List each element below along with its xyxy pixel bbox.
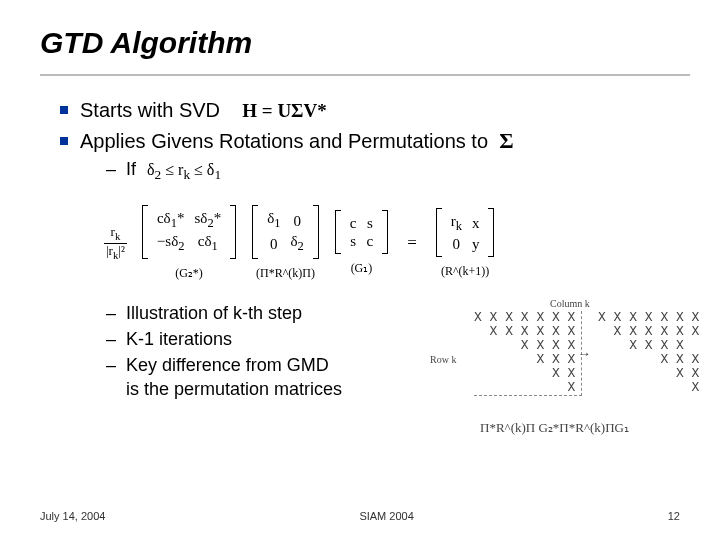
dash-icon: – (106, 301, 116, 325)
bullet-1-math: H = UΣV* (242, 100, 326, 121)
slide-title: GTD Algorithm (40, 26, 690, 60)
matrix-g2: cδ1*sδ2*−sδ2cδ1 (142, 205, 236, 259)
subbullet-if: – If δ2 ≤ rk ≤ δ1 (106, 157, 690, 187)
bullet-icon (60, 137, 68, 145)
matrix-g2-label: (G₂*) (139, 266, 239, 281)
arrow-icon: → (580, 347, 588, 361)
diagram-bottom-formula: Π*R^(k)Π G₂*Π*R^(k)ΠG₁ (480, 421, 629, 435)
subbullet-3a-text: Key difference from GMD (126, 355, 329, 375)
bullet-icon (60, 106, 68, 114)
slide: GTD Algorithm Starts with SVD H = UΣV* A… (0, 0, 720, 540)
step-diagram: Column k Row k X X X X X X X X X X X X X… (430, 297, 690, 447)
bullet-2-text: Applies Givens Rotations and Permutation… (80, 130, 488, 152)
subbullet-2-text: K-1 iterations (126, 327, 232, 351)
lower-row: – Illustration of k-th step – K-1 iterat… (60, 301, 690, 447)
footer-date: July 14, 2004 (40, 510, 105, 522)
diagram-right-matrix: X X X X X X X X X X X X X X X X X X X X … (598, 311, 699, 395)
if-math: δ2 ≤ rk ≤ δ1 (147, 161, 221, 178)
matrix-g1-label: (G₁) (332, 261, 391, 276)
footer-venue: SIAM 2004 (359, 510, 413, 522)
bullet-1-text: Starts with SVD (80, 99, 220, 121)
footer-page: 12 (668, 510, 680, 522)
diagram-col-label: Column k (550, 297, 590, 311)
title-divider (40, 70, 690, 76)
matrix-rk-label: (Π*R^(k)Π) (249, 266, 322, 281)
subbullet-1: – Illustration of k-th step (106, 301, 430, 325)
equals-sign: = (407, 233, 417, 253)
diagram-row-label: Row k (430, 353, 456, 367)
matrix-g1: cssc (335, 210, 388, 254)
subbullet-3b-text: is the permutation matrices (126, 379, 342, 399)
subbullet-2: – K-1 iterations (106, 327, 430, 351)
bullet-list: Starts with SVD H = UΣV* Applies Givens … (60, 96, 690, 447)
subbullet-3: – Key difference from GMD is the permuta… (106, 353, 430, 401)
subbullet-1-text: Illustration of k-th step (126, 301, 302, 325)
dash-icon: – (106, 327, 116, 351)
dash-icon: – (106, 353, 116, 377)
diagram-left-matrix: X X X X X X X X X X X X X X X X X X X X … (474, 311, 582, 396)
bullet-1: Starts with SVD H = UΣV* (60, 96, 690, 125)
if-label: If (126, 159, 136, 179)
matrix-rk: δ100δ2 (252, 205, 319, 259)
matrix-equation: rk |rk|² cδ1*sδ2*−sδ2cδ1 (G₂*) δ100δ2 (Π… (102, 205, 690, 281)
matrix-rhs: rkx0y (436, 208, 495, 257)
dash-icon: – (106, 157, 116, 181)
sigma-symbol: Σ (499, 128, 513, 153)
sub-bullet-list: – Illustration of k-th step – K-1 iterat… (60, 301, 430, 447)
fraction: rk |rk|² (104, 225, 127, 261)
slide-footer: July 14, 2004 SIAM 2004 12 (40, 510, 680, 522)
matrix-rhs-label: (R^(k+1)) (433, 264, 498, 279)
bullet-2: Applies Givens Rotations and Permutation… (60, 127, 690, 155)
